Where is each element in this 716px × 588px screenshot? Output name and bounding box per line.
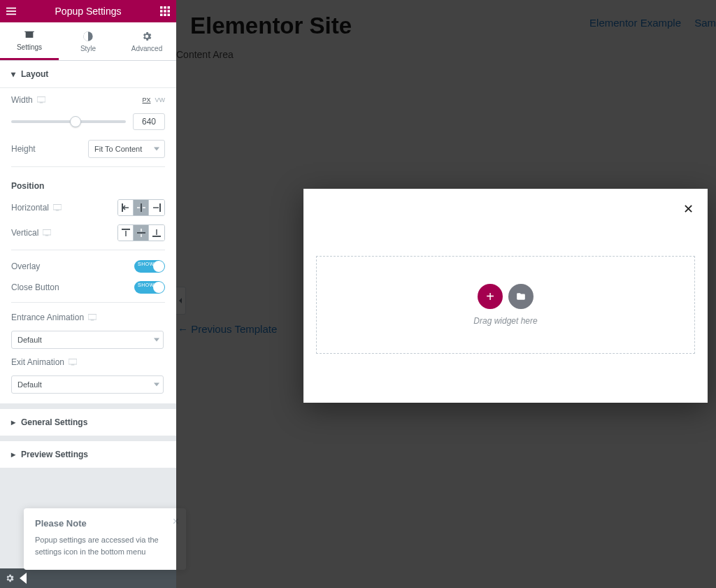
svg-rect-16: [56, 210, 59, 211]
svg-rect-1: [6, 10, 16, 12]
sidebar-header: Popup Settings: [0, 0, 176, 22]
svg-rect-13: [37, 97, 45, 103]
svg-rect-5: [168, 6, 171, 9]
note-title: Please Note: [35, 518, 175, 529]
svg-rect-4: [164, 6, 166, 9]
svg-rect-3: [160, 6, 163, 9]
svg-rect-28: [71, 364, 75, 366]
note-pointer: [20, 573, 27, 584]
svg-rect-6: [160, 10, 163, 13]
height-label: Height: [11, 144, 36, 154]
vertical-label: Vertical: [11, 228, 51, 238]
general-header[interactable]: ▸ General Settings: [0, 409, 176, 436]
menu-icon[interactable]: [0, 0, 22, 22]
vertical-align-group: [117, 224, 165, 241]
svg-rect-22: [122, 229, 130, 230]
horizontal-align-group: [117, 199, 165, 216]
section-preview: ▸ Preview Settings: [0, 441, 176, 468]
layout-header[interactable]: ▾ Layout: [0, 61, 176, 88]
section-title: General Settings: [21, 417, 87, 427]
overlay-toggle[interactable]: Show: [134, 260, 165, 273]
tab-advanced[interactable]: Advanced: [117, 22, 176, 60]
widget-dropzone[interactable]: + Drag widget here: [316, 256, 695, 354]
svg-rect-9: [160, 14, 163, 17]
svg-rect-2: [6, 14, 16, 15]
svg-rect-20: [43, 230, 51, 236]
position-heading: Position: [11, 181, 165, 191]
responsive-icon: [53, 204, 62, 211]
svg-rect-27: [69, 359, 77, 365]
tab-label: Style: [80, 45, 96, 52]
section-title: Preview Settings: [21, 450, 88, 459]
section-title: Layout: [21, 69, 48, 79]
tab-style[interactable]: Style: [59, 22, 117, 60]
overlay-label: Overlay: [11, 261, 40, 271]
svg-rect-7: [164, 10, 166, 13]
svg-rect-15: [53, 205, 62, 210]
preview-header[interactable]: ▸ Preview Settings: [0, 441, 176, 468]
dropzone-text: Drag widget here: [473, 316, 537, 326]
width-label: Width: [11, 95, 45, 105]
tab-label: Settings: [17, 43, 42, 51]
responsive-icon: [88, 314, 96, 321]
close-button-toggle[interactable]: Show: [134, 281, 165, 294]
caret-right-icon: ▸: [11, 417, 15, 427]
section-general: ▸ General Settings: [0, 409, 176, 436]
editor-canvas: Elementor Site Elementor Example Sam Con…: [176, 0, 716, 588]
widgets-grid-icon[interactable]: [154, 0, 176, 22]
svg-rect-18: [141, 203, 142, 212]
align-bottom-icon[interactable]: [149, 225, 164, 241]
svg-rect-24: [152, 236, 161, 237]
exit-animation-select[interactable]: Default: [11, 375, 164, 394]
width-value-input[interactable]: [133, 113, 165, 130]
svg-rect-26: [91, 320, 94, 321]
align-top-icon[interactable]: [118, 225, 134, 241]
svg-rect-25: [88, 315, 96, 320]
slider-thumb[interactable]: [70, 116, 81, 127]
responsive-icon: [69, 359, 77, 366]
align-right-icon[interactable]: [149, 200, 164, 215]
responsive-icon: [43, 229, 51, 236]
svg-rect-14: [39, 102, 43, 103]
caret-down-icon: ▾: [11, 69, 15, 79]
entrance-animation-select[interactable]: Default: [11, 331, 164, 349]
gear-icon[interactable]: [0, 568, 20, 588]
responsive-icon: [37, 96, 45, 103]
popup-preview: ✕ + Drag widget here: [303, 189, 708, 403]
exit-animation-label: Exit Animation: [11, 357, 77, 367]
add-section-button[interactable]: +: [478, 284, 503, 309]
sidebar-title: Popup Settings: [22, 6, 154, 17]
horizontal-label: Horizontal: [11, 203, 62, 213]
svg-rect-0: [6, 8, 16, 9]
align-middle-icon[interactable]: [134, 225, 149, 241]
caret-right-icon: ▸: [11, 450, 15, 459]
svg-rect-21: [45, 235, 49, 236]
tab-settings[interactable]: Settings: [0, 22, 59, 60]
editor-sidebar: Popup Settings Settings Style Advanced ▾…: [0, 0, 176, 588]
align-center-icon[interactable]: [134, 200, 149, 215]
unit-switcher[interactable]: PX VW: [142, 96, 165, 103]
close-button-label: Close Button: [11, 282, 59, 292]
svg-rect-11: [168, 14, 171, 17]
align-left-icon[interactable]: [118, 200, 134, 215]
template-library-button[interactable]: [508, 284, 534, 309]
note-text: Popup settings are accessed via the sett…: [35, 534, 175, 557]
svg-rect-23: [137, 232, 145, 234]
height-select[interactable]: Fit To Content: [88, 140, 165, 158]
width-slider[interactable]: [11, 120, 126, 123]
tab-label: Advanced: [131, 45, 162, 52]
close-icon[interactable]: ✕: [683, 201, 694, 217]
svg-rect-19: [159, 203, 161, 212]
entrance-animation-label: Entrance Animation: [11, 313, 96, 322]
svg-rect-8: [168, 10, 171, 13]
section-layout: ▾ Layout Width PX VW: [0, 61, 176, 403]
svg-rect-10: [164, 14, 166, 17]
settings-tabs: Settings Style Advanced: [0, 22, 176, 61]
note-popover: × Please Note Popup settings are accesse…: [24, 508, 186, 570]
